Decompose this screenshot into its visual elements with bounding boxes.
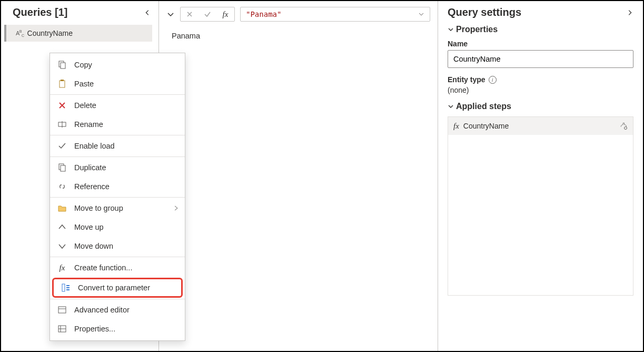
- menu-convert-to-parameter[interactable]: Convert to parameter: [52, 278, 183, 298]
- cancel-formula-button[interactable]: [181, 7, 199, 21]
- paste-icon: [56, 78, 68, 90]
- menu-delete[interactable]: Delete: [50, 96, 185, 115]
- svg-rect-3: [61, 80, 64, 81]
- step-settings-icon[interactable]: [619, 122, 628, 130]
- parameter-icon: [60, 282, 72, 294]
- text-type-icon: ABC: [16, 30, 24, 37]
- commit-formula-button[interactable]: [199, 7, 216, 21]
- menu-enable-load[interactable]: Enable load: [50, 136, 185, 155]
- svg-rect-1: [61, 63, 65, 69]
- applied-steps-section-toggle[interactable]: Applied steps: [448, 102, 633, 111]
- fx-step-icon: fx: [453, 122, 459, 131]
- svg-rect-2: [60, 81, 65, 87]
- query-context-menu: Copy Paste Delete: [49, 53, 185, 341]
- rename-icon: [56, 119, 68, 130]
- chevron-down-icon: [448, 103, 454, 110]
- applied-steps-list: fx CountryName: [448, 116, 633, 296]
- queries-pane: Queries [1] ABC CountryName Copy: [1, 1, 159, 351]
- svg-rect-8: [62, 284, 65, 291]
- menu-move-to-group[interactable]: Move to group: [50, 199, 185, 218]
- svg-rect-11: [66, 289, 70, 290]
- menu-copy[interactable]: Copy: [50, 55, 185, 74]
- fx-icon: fx: [56, 262, 68, 273]
- move-down-icon: [56, 240, 68, 252]
- menu-rename[interactable]: Rename: [50, 115, 185, 134]
- delete-icon: [56, 100, 68, 111]
- copy-icon: [56, 59, 68, 71]
- name-input[interactable]: [448, 50, 633, 68]
- menu-create-function[interactable]: fx Create function...: [50, 258, 185, 277]
- formula-value: "Panama": [246, 10, 281, 18]
- submenu-arrow-icon: [173, 206, 179, 211]
- info-icon[interactable]: i: [489, 76, 497, 84]
- menu-properties[interactable]: Properties...: [50, 319, 185, 338]
- properties-icon: [56, 323, 68, 335]
- check-icon: [56, 140, 68, 152]
- svg-rect-12: [58, 307, 66, 313]
- menu-duplicate[interactable]: Duplicate: [50, 158, 185, 177]
- queries-title: Queries [1]: [13, 6, 67, 18]
- svg-rect-10: [66, 287, 70, 288]
- menu-move-down[interactable]: Move down: [50, 237, 185, 256]
- entity-type-value: (none): [448, 86, 633, 94]
- collapse-settings-icon[interactable]: [626, 9, 633, 16]
- query-settings-pane: Query settings Properties Name Entity ty…: [438, 1, 643, 351]
- applied-step-item[interactable]: fx CountryName: [448, 117, 633, 135]
- preview-pane: fx "Panama" Panama: [159, 1, 438, 351]
- duplicate-icon: [56, 162, 68, 173]
- result-value: Panama: [172, 32, 200, 40]
- applied-step-label: CountryName: [463, 122, 509, 130]
- menu-paste[interactable]: Paste: [50, 74, 185, 93]
- settings-title: Query settings: [448, 6, 521, 18]
- formula-dropdown-icon[interactable]: [418, 11, 424, 17]
- collapse-queries-icon[interactable]: [144, 9, 151, 16]
- formula-toolbar: fx: [180, 7, 235, 22]
- svg-rect-9: [66, 285, 70, 286]
- fx-label-icon: fx: [216, 7, 234, 21]
- svg-rect-7: [61, 165, 65, 171]
- properties-section-toggle[interactable]: Properties: [448, 25, 633, 34]
- move-up-icon: [56, 221, 68, 233]
- folder-icon: [56, 202, 68, 214]
- entity-type-label: Entity type: [448, 75, 486, 84]
- svg-point-17: [625, 127, 627, 130]
- formula-bar[interactable]: "Panama": [240, 7, 430, 22]
- menu-advanced-editor[interactable]: Advanced editor: [50, 300, 185, 319]
- chevron-down-icon: [448, 26, 454, 33]
- name-label: Name: [448, 40, 633, 48]
- reference-icon: [56, 181, 68, 192]
- query-item-label: CountryName: [27, 29, 73, 37]
- advanced-editor-icon: [56, 304, 68, 316]
- expand-formula-icon[interactable]: [166, 10, 175, 18]
- menu-reference[interactable]: Reference: [50, 177, 185, 196]
- menu-move-up[interactable]: Move up: [50, 218, 185, 237]
- query-item-countryname[interactable]: ABC CountryName: [4, 25, 152, 42]
